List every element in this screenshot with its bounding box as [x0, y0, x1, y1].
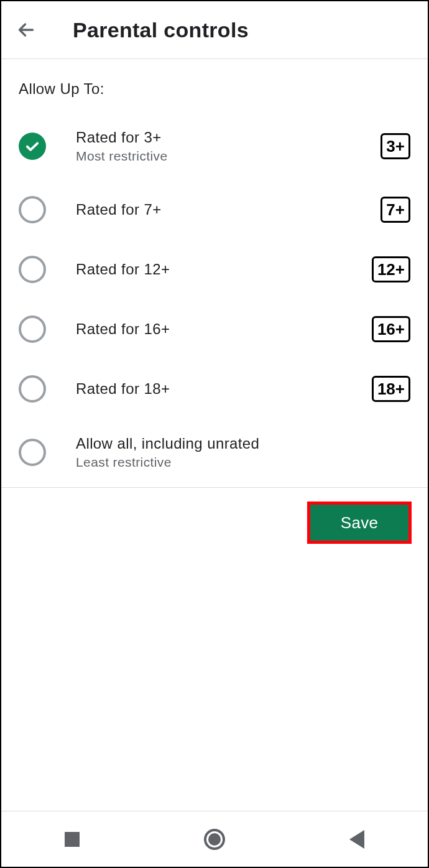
- rating-option-7plus[interactable]: Rated for 7+ 7+: [19, 196, 410, 223]
- footer: Save: [1, 488, 428, 558]
- system-navbar: [1, 811, 428, 867]
- rating-badge-16plus: 16+: [372, 316, 410, 342]
- spacer: [1, 558, 428, 811]
- nav-back-icon[interactable]: [344, 827, 369, 852]
- rating-option-allow-all[interactable]: Allow all, including unrated Least restr…: [19, 435, 410, 470]
- option-label: Rated for 18+: [76, 380, 372, 398]
- rating-option-18plus[interactable]: Rated for 18+ 18+: [19, 375, 410, 403]
- rating-option-12plus[interactable]: Rated for 12+ 12+: [19, 256, 410, 283]
- option-text: Rated for 12+: [76, 261, 372, 278]
- rating-option-16plus[interactable]: Rated for 16+ 16+: [19, 315, 410, 343]
- page-title: Parental controls: [73, 18, 249, 42]
- screen: Parental controls Allow Up To: Rated for…: [0, 0, 429, 868]
- rating-badge-12plus: 12+: [372, 256, 410, 282]
- radio-unselected-icon: [19, 375, 46, 403]
- radio-unselected-icon: [19, 439, 46, 466]
- option-text: Allow all, including unrated Least restr…: [76, 435, 410, 470]
- rating-option-3plus[interactable]: Rated for 3+ Most restrictive 3+: [19, 129, 410, 164]
- save-button[interactable]: Save: [310, 505, 408, 541]
- radio-selected-icon: [19, 133, 46, 160]
- content-area: Allow Up To: Rated for 3+ Most restricti…: [1, 59, 428, 487]
- option-label: Allow all, including unrated: [76, 435, 410, 452]
- option-text: Rated for 16+: [76, 320, 372, 338]
- option-text: Rated for 3+ Most restrictive: [76, 129, 381, 164]
- option-sublabel: Most restrictive: [76, 149, 381, 164]
- nav-recent-icon[interactable]: [60, 827, 85, 852]
- option-text: Rated for 18+: [76, 380, 372, 398]
- option-label: Rated for 7+: [76, 201, 381, 218]
- radio-unselected-icon: [19, 315, 46, 343]
- save-button-highlight: Save: [307, 502, 412, 544]
- option-label: Rated for 3+: [76, 129, 381, 146]
- rating-badge-7plus: 7+: [381, 197, 410, 223]
- section-label: Allow Up To:: [19, 80, 410, 98]
- rating-badge-18plus: 18+: [372, 376, 410, 402]
- rating-badge-3plus: 3+: [381, 133, 410, 159]
- nav-home-icon[interactable]: [202, 827, 227, 852]
- app-header: Parental controls: [1, 1, 428, 58]
- radio-unselected-icon: [19, 196, 46, 223]
- option-label: Rated for 16+: [76, 320, 372, 338]
- option-sublabel: Least restrictive: [76, 455, 410, 470]
- option-text: Rated for 7+: [76, 201, 381, 218]
- radio-unselected-icon: [19, 256, 46, 283]
- option-label: Rated for 12+: [76, 261, 372, 278]
- back-arrow-icon[interactable]: [14, 17, 39, 42]
